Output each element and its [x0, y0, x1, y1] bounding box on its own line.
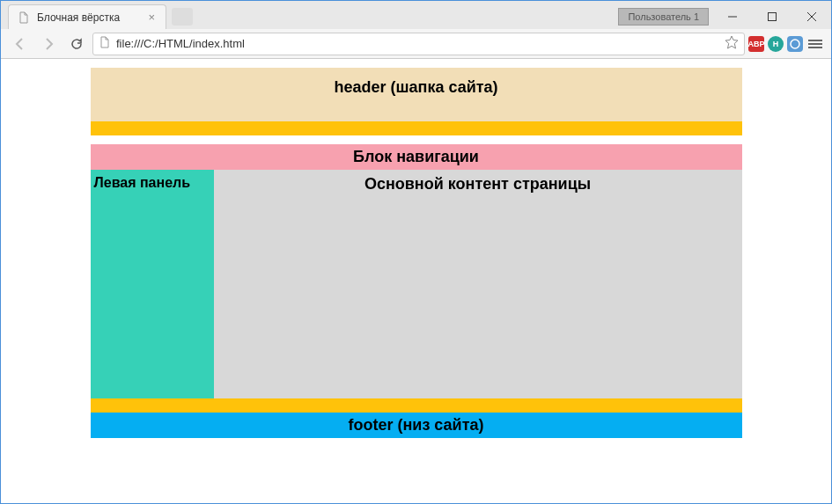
minimize-button[interactable] [712, 4, 752, 29]
page-icon [18, 11, 30, 24]
maximize-icon [768, 12, 777, 21]
browser-menu-button[interactable] [806, 35, 824, 53]
forward-icon [41, 37, 55, 51]
yellow-separator-bottom [91, 398, 742, 413]
svg-rect-1 [768, 12, 776, 20]
file-icon [99, 36, 111, 52]
reload-button[interactable] [64, 32, 89, 56]
browser-window: Блочная вёрстка × Пользователь 1 [0, 0, 832, 504]
yellow-separator-top [91, 121, 742, 135]
close-icon [807, 12, 816, 21]
minimize-icon [728, 12, 737, 21]
site-nav-block: Блок навигации [91, 144, 742, 170]
tab-title: Блочная вёрстка [37, 11, 120, 24]
back-icon [13, 37, 27, 51]
extension-blue-icon[interactable] [787, 36, 803, 52]
url-box[interactable] [92, 33, 745, 55]
left-panel-block: Левая панель [91, 170, 214, 398]
main-content-block: Основной контент страницы [214, 170, 742, 398]
back-button[interactable] [8, 32, 33, 56]
maximize-button[interactable] [752, 4, 792, 29]
close-window-button[interactable] [792, 4, 831, 29]
page-content: header (шапка сайта) Блок навигации Лева… [91, 68, 742, 438]
window-controls [712, 4, 831, 29]
extension-abp-icon[interactable]: ABP [748, 36, 764, 52]
forward-button[interactable] [36, 32, 61, 56]
reload-icon [70, 37, 84, 51]
site-header-block: header (шапка сайта) [91, 68, 742, 121]
page-viewport: header (шапка сайта) Блок навигации Лева… [1, 59, 831, 503]
url-input[interactable] [116, 37, 719, 50]
user-profile-badge[interactable]: Пользователь 1 [618, 8, 709, 26]
tab-close-icon[interactable]: × [146, 11, 157, 24]
browser-tab[interactable]: Блочная вёрстка × [8, 4, 166, 29]
tab-strip: Блочная вёрстка × Пользователь 1 [1, 1, 831, 29]
bookmark-star-icon[interactable] [725, 35, 739, 53]
svg-point-4 [791, 40, 799, 48]
address-bar: ABP H [1, 29, 831, 59]
new-tab-button[interactable] [172, 8, 193, 26]
site-footer-block: footer (низ сайта) [91, 413, 742, 438]
extension-h-icon[interactable]: H [768, 36, 784, 52]
content-row: Левая панель Основной контент страницы [91, 170, 742, 398]
